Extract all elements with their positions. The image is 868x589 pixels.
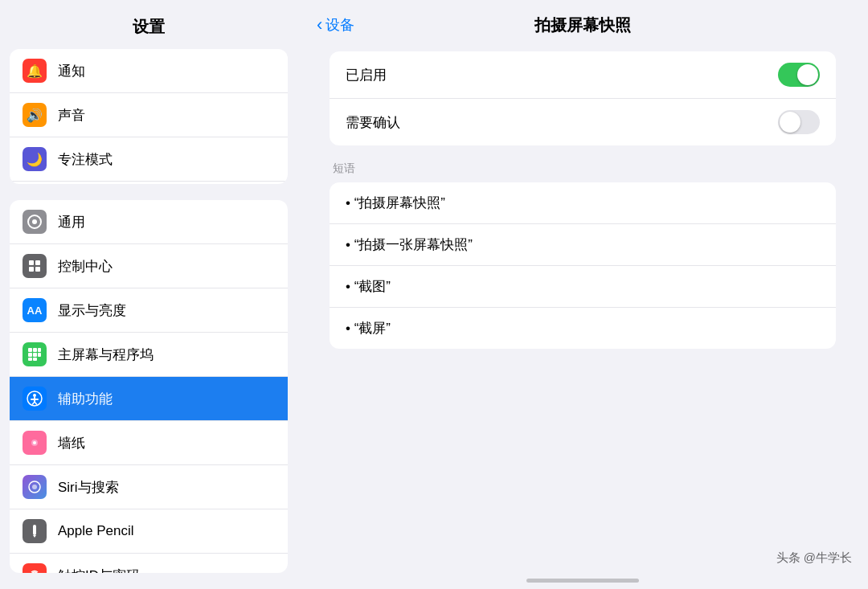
sidebar-item-label-siri: Siri与搜索 [58,478,119,497]
sidebar-item-accessibility[interactable]: 辅助功能 [10,377,288,421]
svg-rect-13 [33,358,37,361]
svg-rect-5 [35,267,40,272]
home-indicator [297,579,868,589]
sounds-icon: 🔊 [23,103,47,127]
display-icon: AA [23,298,47,322]
svg-rect-6 [28,348,32,352]
watermark: 头条 @牛学长 [297,542,868,579]
sidebar-item-general[interactable]: 通用 [10,200,288,244]
notifications-icon: 🔔 [23,59,47,83]
sidebar-item-label-home-screen: 主屏幕与程序坞 [58,346,154,364]
main-panel: ‹ 设备 拍摄屏幕快照 已启用 需要确认 短语 [297,0,868,589]
shortcuts-section: 短语 • “拍摄屏幕快照”• “拍摄一张屏幕快照”• “截图”• “截屏” [330,162,836,349]
sidebar-item-display[interactable]: AA显示与亮度 [10,288,288,333]
apple-pencil-icon [23,519,47,543]
enabled-label: 已启用 [346,66,387,84]
shortcut-item-1: • “拍摄一张屏幕快照” [330,224,836,266]
back-label: 设备 [326,15,354,35]
svg-line-19 [35,402,37,404]
sidebar-item-label-general: 通用 [58,213,85,231]
shortcut-item-0: • “拍摄屏幕快照” [330,182,836,224]
sidebar-item-apple-pencil[interactable]: Apple Pencil [10,509,288,554]
control-center-icon [23,254,47,278]
sidebar-group-2: 通用控制中心AA显示与亮度主屏幕与程序坞辅助功能墙纸Siri与搜索Apple P… [10,200,288,573]
sidebar-item-wallpaper[interactable]: 墙纸 [10,421,288,465]
back-button[interactable]: ‹ 设备 [317,14,354,35]
sidebar-item-label-notifications: 通知 [58,62,85,80]
svg-marker-26 [33,535,36,538]
svg-rect-11 [38,353,41,357]
svg-rect-12 [28,358,32,361]
svg-point-22 [33,441,36,444]
shortcuts-label: 短语 [330,162,836,176]
svg-point-27 [31,572,38,573]
sidebar-item-label-display: 显示与亮度 [58,301,126,320]
sidebar-item-sounds[interactable]: 🔊声音 [10,93,288,137]
settings-card-toggles: 已启用 需要确认 [330,51,836,145]
sidebar-item-touch-id[interactable]: 触控ID与密码 [10,554,288,573]
main-content: 已启用 需要确认 短语 • “拍摄屏幕快照”• “拍摄一张屏幕快照”• “截图”… [297,43,868,542]
svg-point-1 [32,219,37,224]
sidebar-item-focus[interactable]: 🌙专注模式 [10,137,288,182]
touch-id-icon [23,563,47,573]
sidebar-group-1: 🔔通知🔊声音🌙专注模式⏳屏幕使用时间 [10,49,288,184]
sidebar-item-label-focus: 专注模式 [58,150,113,169]
sidebar-item-label-touch-id: 触控ID与密码 [58,567,140,573]
siri-icon [23,475,47,499]
svg-rect-9 [28,353,32,357]
confirm-toggle[interactable] [778,110,820,134]
shortcut-item-2: • “截图” [330,266,836,308]
toggle-knob-enabled [797,64,818,85]
confirm-row[interactable]: 需要确认 [330,99,836,145]
page-title: 拍摄屏幕快照 [534,14,631,36]
sidebar-title: 设置 [0,0,297,49]
home-bar [526,579,639,583]
enabled-row[interactable]: 已启用 [330,51,836,99]
sidebar-item-label-wallpaper: 墙纸 [58,434,85,452]
svg-rect-25 [33,525,36,535]
svg-rect-7 [33,348,37,352]
svg-point-15 [33,394,36,397]
main-header: ‹ 设备 拍摄屏幕快照 [297,0,868,43]
sidebar-item-home-screen[interactable]: 主屏幕与程序坞 [10,333,288,377]
svg-rect-2 [29,260,34,265]
shortcuts-card: • “拍摄屏幕快照”• “拍摄一张屏幕快照”• “截图”• “截屏” [330,182,836,349]
back-chevron-icon: ‹ [317,14,322,35]
svg-rect-3 [35,260,40,265]
sidebar-item-notifications[interactable]: 🔔通知 [10,49,288,93]
sidebar-item-label-apple-pencil: Apple Pencil [58,523,134,539]
sidebar-item-label-control-center: 控制中心 [58,257,113,276]
home-screen-icon [23,342,47,366]
general-icon [23,210,47,234]
confirm-label: 需要确认 [346,113,400,132]
svg-rect-10 [33,353,37,357]
toggle-knob-confirm [780,112,800,133]
accessibility-icon [23,387,47,411]
sidebar-item-screen-time[interactable]: ⏳屏幕使用时间 [10,182,288,184]
focus-icon: 🌙 [23,147,47,171]
sidebar-item-control-center[interactable]: 控制中心 [10,244,288,288]
svg-point-24 [32,485,37,489]
sidebar-item-label-sounds: 声音 [58,106,85,125]
svg-rect-8 [38,348,41,352]
svg-rect-4 [29,267,34,272]
sidebar-item-siri[interactable]: Siri与搜索 [10,465,288,509]
sidebar-item-label-accessibility: 辅助功能 [58,390,113,408]
shortcut-item-3: • “截屏” [330,308,836,349]
enabled-toggle[interactable] [778,63,820,87]
wallpaper-icon [23,431,47,455]
sidebar: 设置 🔔通知🔊声音🌙专注模式⏳屏幕使用时间 通用控制中心AA显示与亮度主屏幕与程… [0,0,297,589]
